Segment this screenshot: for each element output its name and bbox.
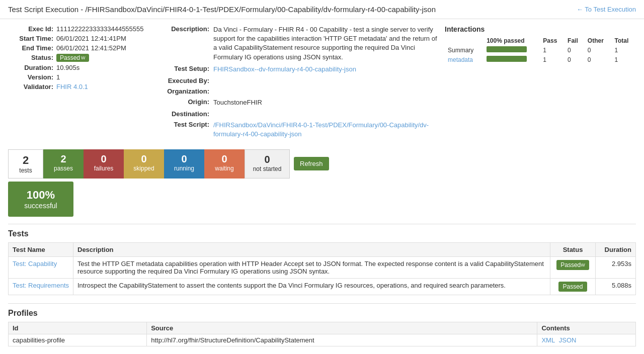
end-time-value: 06/01/2021 12:41:52PM bbox=[56, 44, 126, 52]
skipped-label: skipped bbox=[131, 165, 157, 172]
failures-num: 0 bbox=[91, 153, 117, 165]
success-box: 100% successful bbox=[8, 182, 73, 217]
interaction-progress bbox=[484, 45, 540, 55]
refresh-button[interactable]: Refresh bbox=[294, 157, 329, 170]
version-label: Version: bbox=[8, 73, 53, 81]
interactions-panel: Interactions 100% passed Pass Fail Other… bbox=[445, 25, 636, 142]
desc-label: Description: bbox=[154, 25, 209, 62]
running-num: 0 bbox=[171, 153, 197, 165]
exec-info-left: Exec Id: 111122222333333444555555 Start … bbox=[8, 25, 149, 142]
col-profile-source: Source bbox=[147, 322, 537, 334]
status-value: PassedW bbox=[56, 54, 89, 62]
col-status: Status bbox=[550, 242, 596, 256]
destination-label: Destination: bbox=[154, 110, 209, 118]
success-pct: 100% bbox=[18, 189, 63, 202]
setup-link[interactable]: FHIRSandbox--dv-formulary-r4-00-capabili… bbox=[213, 65, 356, 73]
setup-row: Test Setup: FHIRSandbox--dv-formulary-r4… bbox=[154, 65, 440, 74]
profile-contents: XML JSON bbox=[537, 334, 636, 346]
profile-source: http://hl7.org/fhir/StructureDefinition/… bbox=[147, 334, 537, 346]
validator-link[interactable]: FHIR 4.0.1 bbox=[56, 83, 88, 91]
interaction-name[interactable]: metadata bbox=[445, 55, 484, 64]
waiting-num: 0 bbox=[211, 153, 237, 165]
test-script-label: Test Script: bbox=[154, 121, 209, 139]
col-description: Description bbox=[73, 242, 550, 256]
tests-table: Test Name Description Status Duration Te… bbox=[8, 242, 636, 295]
success-container: 100% successful bbox=[8, 182, 636, 217]
setup-label: Test Setup: bbox=[154, 65, 209, 74]
page-title: Test Script Execution - /FHIRSandbox/DaV… bbox=[8, 5, 436, 14]
interactions-col-fail: Fail bbox=[565, 36, 585, 45]
title-main: Test Script Execution bbox=[8, 5, 78, 14]
test-status-badge: PassedW bbox=[556, 260, 589, 270]
interaction-other: 0 bbox=[585, 55, 612, 64]
interaction-pass: 1 bbox=[540, 55, 565, 64]
interactions-col-passed: 100% passed bbox=[484, 36, 540, 45]
validator-row: Validator: FHIR 4.0.1 bbox=[8, 83, 149, 91]
profile-row: capabilities-profile http://hl7.org/fhir… bbox=[9, 334, 636, 346]
interaction-other: 0 bbox=[585, 45, 612, 55]
origin-value: TouchstoneFHIR bbox=[213, 98, 262, 107]
interaction-name: Summary bbox=[445, 45, 484, 55]
profiles-section-title: Profiles bbox=[8, 309, 636, 318]
test-name-link[interactable]: Test: Capability bbox=[13, 260, 57, 268]
interaction-pass: 1 bbox=[540, 45, 565, 55]
test-script-row: Test Script: /FHIRSandbox/DaVinci/FHIR4-… bbox=[154, 121, 440, 139]
profiles-table: Id Source Contents capabilities-profile … bbox=[8, 322, 636, 346]
exec-info-middle: Description: Da Vinci - Formulary - FHIR… bbox=[154, 25, 440, 142]
interactions-col-pass: Pass bbox=[540, 36, 565, 45]
profiles-header-row: Id Source Contents bbox=[9, 322, 636, 334]
interaction-total: 1 bbox=[611, 55, 636, 64]
test-duration-cell: 2.953s bbox=[596, 256, 636, 278]
status-badge: PassedW bbox=[56, 54, 89, 62]
col-duration: Duration bbox=[596, 242, 636, 256]
interactions-col-total: Total bbox=[611, 36, 636, 45]
start-time-label: Start Time: bbox=[8, 35, 53, 42]
test-duration-cell: 5.088s bbox=[596, 278, 636, 295]
test-script-value: /FHIRSandbox/DaVinci/FHIR4-0-1-Test/PDEX… bbox=[213, 121, 440, 139]
xml-link[interactable]: XML bbox=[541, 336, 555, 344]
stat-skipped: 0 skipped bbox=[124, 149, 164, 179]
tests-label: tests bbox=[16, 167, 36, 174]
interaction-progress bbox=[484, 55, 540, 64]
interactions-col-name bbox=[445, 36, 484, 45]
tests-section-title: Tests bbox=[8, 229, 636, 238]
desc-row: Description: Da Vinci - Formulary - FHIR… bbox=[154, 25, 440, 62]
info-grid: Exec Id: 111122222333333444555555 Start … bbox=[8, 25, 636, 142]
organization-row: Organization: bbox=[154, 87, 440, 95]
stats-row: 2 tests 2 passes 0 failures 0 skipped 0 … bbox=[8, 149, 636, 179]
exec-id-label: Exec Id: bbox=[8, 25, 53, 33]
back-link[interactable]: To Test Execution bbox=[577, 6, 636, 13]
duration-value: 10.905s bbox=[56, 64, 79, 71]
stat-waiting: 0 waiting bbox=[204, 149, 245, 179]
main-content: Exec Id: 111122222333333444555555 Start … bbox=[0, 19, 644, 352]
stat-passes: 2 passes bbox=[43, 149, 84, 179]
not-started-label: not started bbox=[252, 165, 282, 172]
status-label: Status: bbox=[8, 54, 53, 61]
setup-value: FHIRSandbox--dv-formulary-r4-00-capabili… bbox=[213, 65, 356, 74]
test-status-cell: PassedW bbox=[550, 256, 596, 278]
start-time-row: Start Time: 06/01/2021 12:41:41PM bbox=[8, 35, 149, 42]
passes-label: passes bbox=[50, 165, 76, 172]
interaction-row: metadata 1 0 0 1 bbox=[445, 55, 636, 64]
interaction-total: 1 bbox=[611, 45, 636, 55]
status-sup: W bbox=[81, 55, 86, 60]
stat-not-started: 0 not started bbox=[245, 149, 290, 179]
waiting-label: waiting bbox=[211, 165, 237, 172]
interactions-table: 100% passed Pass Fail Other Total Summar… bbox=[445, 36, 636, 64]
status-text: Passed bbox=[60, 54, 80, 61]
version-row: Version: 1 bbox=[8, 73, 149, 81]
test-name-cell: Test: Capability bbox=[9, 256, 73, 278]
status-row: Status: PassedW bbox=[8, 54, 149, 62]
validator-value: FHIR 4.0.1 bbox=[56, 83, 88, 91]
json-link[interactable]: JSON bbox=[559, 336, 577, 344]
test-name-cell: Test: Requirements bbox=[9, 278, 73, 295]
title-path: - /FHIRSandbox/DaVinci/FHIR4-0-1-Test/PD… bbox=[78, 5, 436, 14]
start-time-value: 06/01/2021 12:41:41PM bbox=[56, 35, 126, 42]
test-description-cell: Test the HTTP GET metadata capabilities … bbox=[73, 256, 550, 278]
test-script-link[interactable]: /FHIRSandbox/DaVinci/FHIR4-0-1-Test/PDEX… bbox=[213, 121, 429, 138]
tests-num: 2 bbox=[16, 154, 36, 167]
destination-row: Destination: bbox=[154, 110, 440, 118]
interactions-title: Interactions bbox=[445, 25, 636, 33]
col-profile-id: Id bbox=[9, 322, 147, 334]
test-name-link[interactable]: Test: Requirements bbox=[13, 282, 69, 289]
